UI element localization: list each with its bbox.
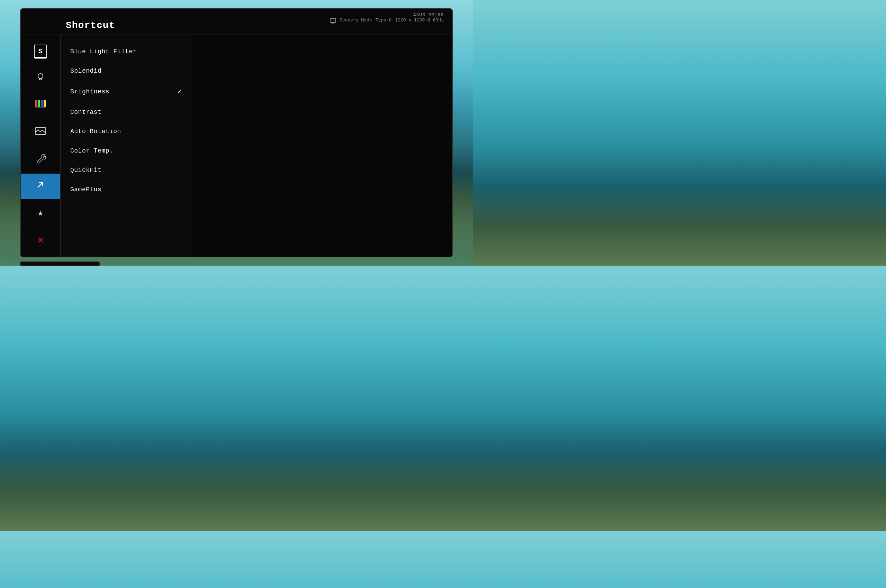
menu-panel: Blue Light Filter Splendid Brightness ✓ … [60, 35, 192, 256]
osd-header: Shortcut ASUS MB166 Scenery Mode Type-C … [21, 9, 452, 35]
resolution-label: 1920 x 1080 @ 60Hz [395, 18, 444, 23]
menu-item-label: Contrast [70, 109, 101, 116]
sidebar-item-favorites[interactable]: ★ [21, 201, 60, 226]
selected-checkmark: ✓ [177, 87, 182, 96]
sidebar-item-shortcut[interactable]: S [21, 38, 60, 64]
model-name: ASUS MB166 [413, 12, 444, 18]
svg-rect-6 [35, 100, 38, 107]
menu-item-label: QuickFit [70, 167, 101, 174]
menu-item-quickfit[interactable]: QuickFit [60, 160, 192, 180]
sidebar-item-shortcut-nav[interactable] [21, 174, 60, 199]
arrow-icon [35, 180, 46, 193]
header-info: ASUS MB166 Scenery Mode Type-C 1920 x 10… [330, 12, 444, 23]
connection-label: Type-C [376, 18, 392, 23]
mode-label: Scenery Mode [340, 18, 372, 23]
page-title: Shortcut [66, 20, 115, 31]
close-icon: ✕ [38, 235, 44, 246]
menu-item-contrast[interactable]: Contrast [60, 102, 192, 122]
wrench-icon [35, 153, 46, 166]
svg-line-2 [38, 74, 38, 74]
s-icon: S [34, 45, 47, 58]
sidebar-item-splendid[interactable] [21, 92, 60, 118]
svg-rect-9 [44, 100, 46, 107]
sidebar-item-image[interactable] [21, 119, 60, 145]
menu-item-label: Auto Rotation [70, 128, 121, 135]
osd-body: S [21, 35, 452, 256]
svg-line-3 [43, 74, 44, 74]
menu-item-splendid[interactable]: Splendid [60, 61, 192, 81]
sidebar-item-system[interactable] [21, 147, 60, 172]
svg-rect-7 [38, 100, 40, 107]
sidebar: S [21, 35, 60, 256]
osd-window: Shortcut ASUS MB166 Scenery Mode Type-C … [20, 8, 453, 257]
menu-item-color-temp[interactable]: Color Temp. [60, 141, 192, 160]
monitor-icon [330, 18, 336, 23]
sidebar-item-brightness-settings[interactable] [21, 65, 60, 91]
menu-item-label: Splendid [70, 68, 101, 74]
mode-resolution: Scenery Mode Type-C 1920 x 1080 @ 60Hz [330, 18, 444, 23]
content-panel-right [322, 35, 452, 256]
bottom-controls: ✓ ▼ [20, 261, 100, 266]
menu-item-label: Blue Light Filter [70, 48, 137, 55]
menu-item-label: GamePlus [70, 186, 101, 193]
svg-rect-10 [35, 108, 46, 108]
svg-point-0 [38, 74, 43, 78]
bulb-icon [35, 72, 46, 85]
color-bars-icon [35, 99, 47, 111]
svg-rect-8 [41, 100, 43, 107]
sidebar-item-close[interactable]: ✕ [21, 228, 60, 253]
content-panel-middle [192, 35, 322, 256]
menu-item-brightness[interactable]: Brightness ✓ [60, 81, 192, 102]
menu-item-auto-rotation[interactable]: Auto Rotation [60, 122, 192, 141]
svg-rect-12 [36, 180, 45, 190]
menu-item-label: Color Temp. [70, 147, 113, 154]
image-icon [35, 126, 47, 138]
menu-item-blue-light-filter[interactable]: Blue Light Filter [60, 42, 192, 61]
star-icon: ★ [38, 208, 44, 218]
menu-item-label: Brightness [70, 88, 109, 95]
menu-item-gameplus[interactable]: GamePlus [60, 180, 192, 199]
